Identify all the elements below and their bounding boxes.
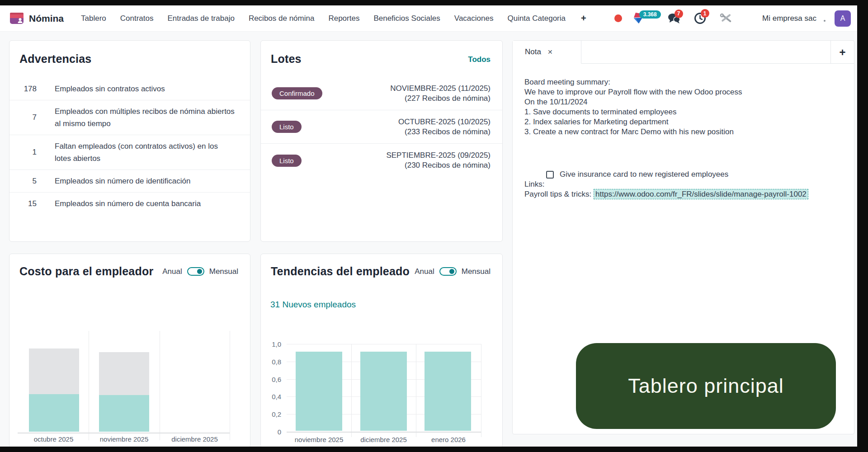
trends-period-toggle[interactable]: Anual Mensual (415, 267, 491, 276)
bar-segment-gray (29, 348, 79, 394)
warning-row[interactable]: 1 Faltan empleados (con contratos activo… (9, 135, 250, 170)
batch-row[interactable]: Listo SEPTIEMBRE-2025 (09/2025) (230 Rec… (261, 144, 502, 177)
warnings-list: 178 Empleados sin contratos activos 7 Em… (9, 78, 250, 215)
trend-bar-enero[interactable] (425, 352, 471, 431)
x-axis-label: enero 2026 (416, 436, 481, 443)
note-line: Board meeting summary: (524, 77, 840, 87)
warning-label: Empleados con múltiples recibos de nómin… (55, 105, 236, 130)
activities-count-badge: 1 (701, 9, 709, 18)
batch-row[interactable]: Listo OCTUBRE-2025 (10/2025) (233 Recibo… (261, 110, 502, 144)
chart-gridline (287, 344, 481, 344)
toggle-mensual-label[interactable]: Mensual (462, 267, 491, 276)
warning-row[interactable]: 7 Empleados con múltiples recibos de nóm… (9, 100, 250, 135)
new-employees-link[interactable]: 31 Nuevos empleados (270, 300, 356, 310)
activity-gem-button[interactable]: 3.368 (632, 12, 644, 24)
batch-period-line: OCTUBRE-2025 (10/2025) (398, 118, 491, 126)
batch-receipts-line: (233 Recibos de nómina) (405, 127, 491, 136)
menu-entradas-de-trabajo[interactable]: Entradas de trabajo (167, 14, 234, 23)
payroll-tips-link[interactable]: https://www.odoo.com/fr_FR/slides/slide/… (594, 189, 808, 199)
tab-nota[interactable]: Nota ✕ (513, 41, 581, 64)
tools-button[interactable] (720, 13, 732, 24)
bar-segment-gray (99, 352, 149, 395)
trend-bar-noviembre[interactable] (296, 352, 342, 431)
toggle-mensual-label[interactable]: Mensual (209, 267, 238, 276)
note-line: 2. Index salaries for Marketing departme… (524, 117, 840, 127)
systray: 3.368 7 (614, 12, 732, 24)
chart-gridline (89, 331, 89, 440)
cost-bar-noviembre[interactable] (99, 352, 149, 432)
tab-nota-label: Nota (525, 47, 541, 56)
menu-tablero[interactable]: Tablero (81, 14, 106, 23)
batches-header: Lotes Todos (261, 52, 502, 66)
y-tick-label: 0,6 (263, 376, 281, 383)
y-tick-label: 0,8 (263, 358, 281, 366)
batch-receipts-line: (227 Recibos de nómina) (405, 94, 491, 103)
batch-period: OCTUBRE-2025 (10/2025) (233 Recibos de n… (398, 117, 491, 137)
y-tick-label: 0,2 (263, 410, 281, 418)
note-editor[interactable]: Board meeting summary: We have to improv… (513, 64, 854, 199)
app-switcher[interactable]: Nómina (10, 12, 64, 24)
note-tabbar: Nota ✕ + (513, 41, 854, 64)
trend-bar-diciembre[interactable] (360, 352, 407, 431)
employer-cost-title: Costo para el empleador (19, 265, 153, 278)
main-menu: Tablero Contratos Entradas de trabajo Re… (81, 14, 566, 23)
avatar[interactable]: A (835, 10, 851, 27)
payroll-app-icon (10, 12, 24, 24)
warning-row[interactable]: 178 Empleados sin contratos activos (9, 78, 250, 100)
employer-cost-header: Costo para el empleador Anual Mensual (9, 254, 250, 278)
note-line: 1. Save documents to terminated employee… (524, 107, 840, 117)
messages-button[interactable]: 7 (668, 13, 680, 24)
activities-clock-button[interactable]: 1 (694, 12, 706, 24)
tablero-principal-overlay: Tablero principal (576, 343, 836, 429)
chart-gridline (230, 331, 230, 440)
activity-count-badge: 3.368 (639, 10, 661, 19)
todo-checkbox[interactable] (546, 171, 554, 179)
batches-all-link[interactable]: Todos (468, 55, 491, 64)
menu-reportes[interactable]: Reportes (328, 14, 359, 23)
toggle-switch[interactable] (187, 267, 204, 276)
warning-label: Empleados sin número de identificación (55, 175, 191, 187)
bar-segment-teal (29, 394, 79, 432)
warning-row[interactable]: 5 Empleados sin número de identificación (9, 170, 250, 193)
plus-menu-icon[interactable]: + (581, 13, 586, 24)
batch-period-line: SEPTIEMBRE-2025 (09/2025) (386, 151, 491, 160)
x-axis-label: noviembre 2025 (89, 435, 160, 443)
chart-gridline (416, 344, 416, 437)
batch-row[interactable]: Confirmado NOVIEMBRE-2025 (11/2025) (227… (261, 77, 502, 110)
overlay-label: Tablero principal (628, 374, 784, 398)
cost-bar-octubre[interactable] (29, 348, 79, 432)
note-link-line: Payroll tips & tricks: https://www.odoo.… (524, 189, 840, 199)
note-line: 3. Create a new contract for Marc Demo w… (524, 127, 840, 137)
menu-vacaciones[interactable]: Vacaciones (454, 14, 494, 23)
warning-label: Faltan empleados (con contratos activos)… (55, 140, 236, 165)
note-todo-row: Give insurance card to new registered em… (546, 170, 840, 179)
warnings-title: Advertencias (9, 52, 250, 66)
user-menu[interactable]: Mi empresa sac A (762, 10, 851, 27)
tab-close-icon[interactable]: ✕ (547, 48, 553, 56)
menu-contratos[interactable]: Contratos (120, 14, 154, 23)
menu-beneficios-sociales[interactable]: Beneficios Sociales (373, 14, 440, 23)
link-prefix: Payroll tips & tricks: (524, 190, 594, 198)
cost-period-toggle[interactable]: Anual Mensual (162, 267, 238, 276)
menu-recibos-de-nomina[interactable]: Recibos de nómina (249, 14, 315, 23)
todo-label: Give insurance card to new registered em… (560, 170, 728, 179)
x-axis-line (18, 433, 230, 433)
toggle-anual-label[interactable]: Anual (415, 267, 434, 276)
warning-count: 1 (9, 148, 37, 157)
screen: Nómina Tablero Contratos Entradas de tra… (0, 0, 868, 452)
note-links-label: Links: (524, 179, 840, 189)
warning-label: Empleados sin contratos activos (55, 83, 165, 95)
bar-segment-teal (99, 395, 149, 432)
batch-period-line: NOVIEMBRE-2025 (11/2025) (390, 84, 491, 93)
x-axis-label: octubre 2025 (19, 435, 89, 443)
y-tick-label: 1,0 (263, 340, 281, 348)
menu-quinta-categoria[interactable]: Quinta Categoria (507, 14, 566, 23)
warning-row[interactable]: 15 Empleados sin número de cuenta bancar… (9, 193, 250, 215)
top-navbar: Nómina Tablero Contratos Entradas de tra… (0, 5, 857, 32)
batches-title: Lotes (271, 52, 302, 66)
toggle-anual-label[interactable]: Anual (162, 267, 182, 276)
y-tick-label: 0,4 (263, 393, 281, 400)
toggle-switch[interactable] (439, 267, 457, 276)
chart-gridline (351, 344, 352, 437)
add-tab-button[interactable]: + (830, 41, 854, 64)
